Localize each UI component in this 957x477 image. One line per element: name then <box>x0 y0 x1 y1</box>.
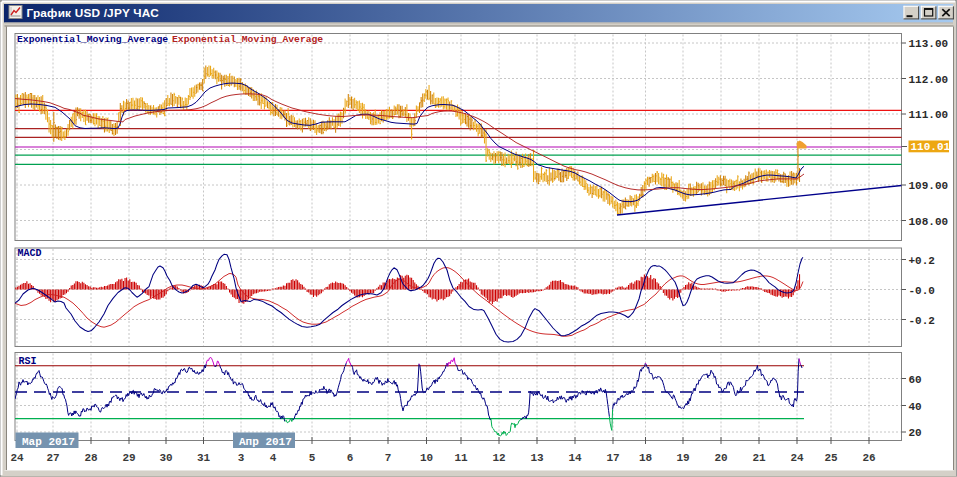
svg-text:60: 60 <box>909 374 922 386</box>
svg-text:40: 40 <box>909 401 922 413</box>
svg-text:112.00: 112.00 <box>909 74 949 86</box>
svg-text:21: 21 <box>752 452 766 464</box>
svg-text:29: 29 <box>122 452 135 464</box>
svg-text:17: 17 <box>606 452 619 464</box>
svg-text:27: 27 <box>46 452 59 464</box>
svg-text:31: 31 <box>197 452 211 464</box>
svg-text:+0.2: +0.2 <box>909 255 935 267</box>
svg-text:7: 7 <box>385 452 392 464</box>
svg-text:18: 18 <box>639 452 653 464</box>
svg-text:19: 19 <box>676 452 689 464</box>
svg-text:20: 20 <box>714 452 727 464</box>
svg-text:14: 14 <box>568 452 582 464</box>
svg-text:-0.2: -0.2 <box>909 315 935 327</box>
svg-text:25: 25 <box>824 452 838 464</box>
svg-text:Exponential_Moving_Average: Exponential_Moving_Average <box>172 34 323 45</box>
svg-text:6: 6 <box>347 452 354 464</box>
svg-text:MACD: MACD <box>18 248 42 259</box>
svg-text:5: 5 <box>309 452 316 464</box>
svg-text:RSI: RSI <box>19 356 37 367</box>
svg-text:24: 24 <box>10 452 24 464</box>
svg-text:30: 30 <box>159 452 172 464</box>
svg-text:Мар 2017: Мар 2017 <box>22 436 75 448</box>
svg-text:3: 3 <box>238 452 245 464</box>
svg-text:24: 24 <box>790 452 804 464</box>
svg-text:10: 10 <box>420 452 433 464</box>
svg-text:108.00: 108.00 <box>909 216 949 228</box>
svg-text:Апр 2017: Апр 2017 <box>239 436 292 448</box>
svg-text:График USD /JPY ЧАС: График USD /JPY ЧАС <box>27 6 160 20</box>
svg-text:11: 11 <box>454 452 468 464</box>
svg-text:13: 13 <box>530 452 544 464</box>
svg-text:111.00: 111.00 <box>909 109 949 121</box>
svg-text:113.00: 113.00 <box>909 38 949 50</box>
svg-text:20: 20 <box>909 427 922 439</box>
svg-text:12: 12 <box>492 452 505 464</box>
svg-text:28: 28 <box>84 452 98 464</box>
svg-text:109.00: 109.00 <box>909 180 949 192</box>
svg-text:26: 26 <box>862 452 875 464</box>
svg-text:110.01: 110.01 <box>911 141 951 153</box>
svg-text:-0.0: -0.0 <box>909 285 935 297</box>
svg-text:Exponential_Moving_Average: Exponential_Moving_Average <box>17 34 168 45</box>
svg-text:4: 4 <box>270 452 277 464</box>
